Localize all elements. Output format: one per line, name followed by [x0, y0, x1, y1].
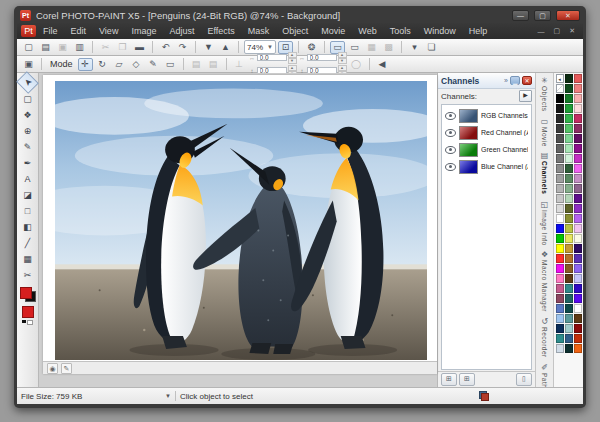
zoom-tool[interactable]: ⊕ [19, 123, 36, 138]
palette-swatch[interactable] [574, 154, 582, 163]
page-sorter-icon[interactable]: ✎ [61, 363, 72, 374]
palette-swatch[interactable] [556, 344, 564, 353]
palette-swatch[interactable] [574, 184, 582, 193]
palette-swatch[interactable] [556, 154, 564, 163]
palette-swatch[interactable] [556, 224, 564, 233]
channel-row-rgb[interactable]: RGB Channels (Alt+0) [443, 107, 530, 124]
display-options-button[interactable]: ▾ [407, 41, 422, 54]
skew-mode-button[interactable]: ◇ [129, 58, 144, 71]
palette-swatch[interactable] [556, 234, 564, 243]
palette-swatch[interactable] [556, 274, 564, 283]
palette-swatch[interactable] [574, 244, 582, 253]
paint-tool[interactable]: ✒ [19, 155, 36, 170]
palette-swatch[interactable] [574, 294, 582, 303]
reset-colors-control[interactable] [22, 320, 33, 325]
distort-mode-button[interactable]: ✎ [146, 58, 161, 71]
palette-swatch[interactable] [565, 114, 573, 123]
eyedropper-tool[interactable]: ✎ [19, 139, 36, 154]
tab-movie[interactable]: ▭Movie [541, 116, 549, 148]
palette-swatch[interactable] [556, 144, 564, 153]
palette-swatch[interactable] [565, 84, 573, 93]
palette-swatch[interactable] [556, 254, 564, 263]
palette-swatch[interactable] [565, 344, 573, 353]
reset-black-swatch[interactable] [22, 320, 26, 323]
palette-swatch[interactable] [565, 124, 573, 133]
print-button[interactable]: ▥ [72, 41, 87, 54]
palette-swatch[interactable] [565, 224, 573, 233]
palette-swatch[interactable] [565, 144, 573, 153]
palette-swatch[interactable] [565, 204, 573, 213]
palette-swatch[interactable] [565, 234, 573, 243]
palette-swatch[interactable] [556, 194, 564, 203]
palette-swatch[interactable] [574, 104, 582, 113]
minimize-button[interactable]: — [512, 10, 529, 21]
fill-color-swatch[interactable] [22, 306, 34, 318]
palette-swatch[interactable] [565, 324, 573, 333]
palette-swatch[interactable] [565, 264, 573, 273]
new-channel-from-mask-button[interactable]: ⊞ [459, 373, 475, 386]
palette-swatch[interactable] [556, 134, 564, 143]
collapse-propertybar-button[interactable]: ◀ [375, 58, 390, 71]
palette-swatch[interactable] [565, 94, 573, 103]
menu-file[interactable]: File [37, 25, 64, 37]
close-button[interactable]: ✕ [556, 10, 580, 21]
menu-window[interactable]: Window [418, 25, 462, 37]
channel-row-red[interactable]: Red Channel (Alt+1) [443, 124, 530, 141]
palette-swatch[interactable] [574, 94, 582, 103]
new-channel-button[interactable]: ⊞ [441, 373, 457, 386]
visibility-eye-icon[interactable] [445, 112, 456, 120]
menu-view[interactable]: View [93, 25, 124, 37]
document-hscrollbar[interactable]: ◉ ✎ [43, 361, 437, 374]
menu-effects[interactable]: Effects [201, 25, 240, 37]
palette-swatch[interactable] [556, 314, 564, 323]
palette-swatch[interactable] [556, 304, 564, 313]
palette-swatch[interactable] [574, 274, 582, 283]
palette-swatch[interactable] [574, 174, 582, 183]
size-w-input[interactable] [307, 54, 337, 61]
menu-adjust[interactable]: Adjust [163, 25, 200, 37]
transparency-tool[interactable]: ▦ [19, 251, 36, 266]
palette-swatch[interactable] [556, 204, 564, 213]
palette-swatch[interactable] [556, 94, 564, 103]
eraser-tool[interactable]: ◪ [19, 187, 36, 202]
palette-swatch[interactable] [574, 134, 582, 143]
palette-swatch[interactable] [574, 264, 582, 273]
text-tool[interactable]: A [19, 171, 36, 186]
scale-mode-button[interactable]: ▱ [112, 58, 127, 71]
color-control[interactable] [20, 287, 36, 302]
palette-swatch[interactable] [574, 214, 582, 223]
palette-swatch[interactable] [565, 334, 573, 343]
position-x-stepper[interactable]: ▲▼ [288, 52, 297, 64]
palette-swatch[interactable] [556, 104, 564, 113]
palette-swatch[interactable] [574, 164, 582, 173]
redo-button[interactable]: ↷ [175, 41, 190, 54]
export-button[interactable]: ▲ [218, 41, 233, 54]
tab-path[interactable]: ✐Path [541, 362, 548, 389]
menu-app-icon[interactable]: Pt [21, 25, 36, 37]
rectangle-tool[interactable]: □ [19, 203, 36, 218]
menu-web[interactable]: Web [352, 25, 382, 37]
palette-swatch[interactable] [565, 184, 573, 193]
no-color-swatch[interactable] [556, 84, 564, 93]
position-x-input[interactable] [257, 54, 287, 61]
menu-edit[interactable]: Edit [65, 25, 93, 37]
document-page[interactable]: ◉ ✎ [43, 75, 437, 374]
palette-swatch[interactable] [574, 284, 582, 293]
palette-swatch[interactable] [565, 214, 573, 223]
palette-swatch[interactable] [574, 194, 582, 203]
visibility-eye-icon[interactable] [445, 129, 456, 137]
menu-object[interactable]: Object [276, 25, 314, 37]
palette-swatch[interactable] [565, 294, 573, 303]
show-object-marquee-button[interactable]: ▭ [347, 41, 362, 54]
palette-swatch[interactable] [574, 74, 582, 83]
palette-flyout-button[interactable]: ◂ [556, 74, 564, 83]
palette-swatch[interactable] [565, 284, 573, 293]
maximize-button[interactable]: ▢ [534, 10, 551, 21]
palette-swatch[interactable] [574, 204, 582, 213]
palette-swatch[interactable] [565, 74, 573, 83]
docker-close-button[interactable]: ✕ [522, 76, 532, 85]
channel-row-blue[interactable]: Blue Channel (Alt+3) [443, 158, 530, 175]
palette-swatch[interactable] [565, 254, 573, 263]
palette-swatch[interactable] [574, 334, 582, 343]
palette-swatch[interactable] [556, 264, 564, 273]
